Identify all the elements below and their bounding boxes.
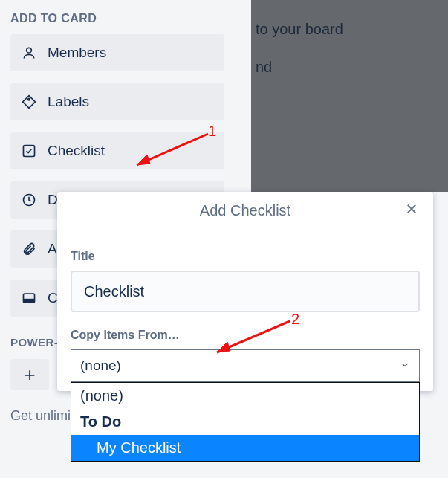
close-icon	[405, 201, 418, 220]
background-text-1: to your board	[256, 21, 448, 38]
add-checklist-popover: Add Checklist Title Copy Items From… (no…	[57, 192, 433, 391]
chevron-down-icon	[400, 360, 410, 372]
svg-rect-5	[24, 299, 35, 303]
section-title: ADD TO CARD	[10, 12, 241, 25]
copy-from-selected-value: (none)	[80, 358, 121, 374]
members-label: Members	[48, 45, 106, 61]
close-button[interactable]	[402, 201, 421, 220]
dropdown-option-todo[interactable]: To Do	[71, 409, 419, 435]
checkbox-icon	[21, 143, 37, 159]
copy-from-select-wrap: (none) (none) To Do My Checklist	[71, 349, 420, 382]
clock-icon	[21, 192, 37, 208]
popover-title: Add Checklist	[71, 202, 420, 219]
person-icon	[21, 45, 37, 61]
tag-icon	[21, 94, 37, 110]
members-button[interactable]: Members	[10, 34, 224, 71]
copy-from-select[interactable]: (none)	[71, 349, 420, 382]
popover-header: Add Checklist	[71, 202, 420, 233]
labels-label: Labels	[48, 94, 89, 110]
cover-icon	[21, 290, 37, 306]
svg-point-1	[28, 98, 30, 100]
add-powerup-button[interactable]: +	[10, 359, 49, 390]
paperclip-icon	[21, 241, 37, 257]
dropdown-option-mychecklist[interactable]: My Checklist	[71, 435, 419, 461]
title-field-label: Title	[71, 250, 420, 263]
dropdown-option-none[interactable]: (none)	[71, 383, 419, 409]
copy-from-label: Copy Items From…	[71, 329, 420, 342]
plus-icon: +	[24, 364, 35, 387]
background-text-2: nd	[256, 59, 448, 76]
checklist-title-input[interactable]	[71, 271, 420, 312]
copy-from-dropdown: (none) To Do My Checklist	[71, 382, 420, 462]
card-background-scrim: to your board nd	[251, 0, 448, 192]
checklist-button[interactable]: Checklist	[10, 132, 224, 169]
svg-rect-2	[24, 146, 35, 157]
checklist-label: Checklist	[48, 143, 105, 159]
svg-point-0	[27, 48, 32, 53]
labels-button[interactable]: Labels	[10, 83, 224, 120]
